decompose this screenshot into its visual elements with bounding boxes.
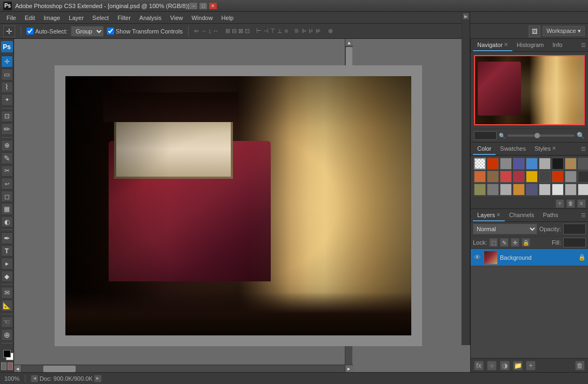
- opacity-input[interactable]: 100%: [563, 224, 586, 234]
- tab-info[interactable]: Info: [548, 39, 566, 51]
- quick-mask-mode[interactable]: [8, 362, 13, 370]
- tool-clone-stamp[interactable]: ✂: [1, 165, 13, 177]
- tool-history-brush[interactable]: ↩: [1, 178, 13, 190]
- swatch-blue-gray[interactable]: [513, 158, 525, 170]
- menu-item-view[interactable]: View: [166, 14, 188, 22]
- tool-zoom[interactable]: ⊕: [1, 329, 13, 341]
- swatch-llgray[interactable]: [578, 184, 588, 196]
- tool-eraser[interactable]: ◻: [1, 191, 13, 203]
- fill-input[interactable]: 100%: [563, 238, 586, 247]
- panel-menu-2[interactable]: ☰: [581, 146, 586, 152]
- tool-move[interactable]: ✛: [1, 56, 13, 68]
- tool-pen[interactable]: ✒: [1, 232, 13, 244]
- doc-info-arrow-right[interactable]: ►: [94, 375, 102, 382]
- lock-image-btn[interactable]: ✎: [500, 238, 509, 247]
- doc-info-arrow-left[interactable]: ◄: [31, 375, 38, 382]
- menu-item-select[interactable]: Select: [88, 14, 113, 22]
- close-button[interactable]: ✕: [209, 2, 217, 10]
- swatch-tan[interactable]: [565, 158, 577, 170]
- panel-menu-3[interactable]: ☰: [581, 212, 586, 218]
- swatch-red2[interactable]: [552, 171, 564, 183]
- tab-styles[interactable]: Styles ✕: [530, 143, 560, 155]
- show-transform-checkbox[interactable]: [107, 28, 114, 35]
- swatch-mid-gray[interactable]: [578, 158, 588, 170]
- swatch-transparent[interactable]: [474, 158, 486, 170]
- lock-position-btn[interactable]: ✛: [511, 238, 519, 247]
- restore-button[interactable]: □: [199, 2, 208, 10]
- zoom-input[interactable]: 100%: [474, 131, 497, 140]
- scroll-right-button[interactable]: ►: [345, 365, 352, 373]
- tab-color[interactable]: Color: [473, 143, 496, 155]
- swatch-lgray[interactable]: [539, 184, 551, 196]
- swatch-brown[interactable]: [487, 171, 499, 183]
- zoom-slider-handle[interactable]: [534, 133, 540, 138]
- zoom-slider[interactable]: [507, 134, 574, 137]
- tool-lasso[interactable]: ⌇: [1, 82, 13, 93]
- layer-fx-btn[interactable]: fx: [474, 361, 484, 370]
- tool-marquee-rect[interactable]: ▭: [1, 69, 13, 80]
- layer-mask-btn[interactable]: ○: [487, 361, 497, 370]
- layer-group-btn[interactable]: 📁: [513, 361, 523, 370]
- canvas-area[interactable]: ▲ ▼: [14, 39, 470, 372]
- menu-item-help[interactable]: Help: [217, 14, 238, 22]
- menu-item-window[interactable]: Window: [187, 14, 217, 22]
- horizontal-scrollbar[interactable]: ◄ ►: [14, 365, 352, 372]
- workspace-button[interactable]: Workspace ▾: [543, 26, 585, 36]
- tool-quick-select[interactable]: ✦: [1, 94, 13, 106]
- layer-visibility-eye[interactable]: 👁: [473, 253, 482, 262]
- tab-layers[interactable]: Layers ✕: [473, 209, 505, 221]
- menu-item-filter[interactable]: Filter: [113, 14, 135, 22]
- tool-crop[interactable]: ⊡: [1, 111, 13, 123]
- styles-close[interactable]: ✕: [552, 145, 556, 151]
- swatch-menu-btn[interactable]: ≡: [577, 199, 586, 208]
- auto-select-checkbox[interactable]: [26, 28, 34, 35]
- zoom-out-icon[interactable]: 🔍: [499, 133, 505, 139]
- swatch-silver[interactable]: [500, 184, 512, 196]
- layer-delete-btn[interactable]: 🗑: [575, 361, 585, 370]
- swatch-blue[interactable]: [526, 158, 538, 170]
- blend-mode-select[interactable]: Normal: [473, 224, 537, 234]
- auto-select-dropdown[interactable]: Group: [71, 26, 104, 37]
- lock-transparent-btn[interactable]: ⬚: [489, 238, 498, 247]
- tool-brush[interactable]: ✎: [1, 152, 13, 164]
- tool-path-select[interactable]: ▸: [1, 258, 13, 270]
- tab-channels[interactable]: Channels: [505, 209, 538, 221]
- normal-mode[interactable]: [1, 362, 6, 370]
- tab-histogram[interactable]: Histogram: [512, 39, 548, 51]
- tab-swatches[interactable]: Swatches: [496, 143, 530, 155]
- zoom-in-icon[interactable]: 🔍: [577, 132, 585, 139]
- panel-menu-1[interactable]: ☰: [581, 42, 586, 48]
- swatch-orange[interactable]: [474, 171, 486, 183]
- scroll-left-button[interactable]: ◄: [14, 365, 22, 373]
- swatch-crimson[interactable]: [513, 171, 525, 183]
- tool-hand[interactable]: ☜: [1, 316, 13, 328]
- layers-close[interactable]: ✕: [496, 212, 500, 218]
- swatch-coral[interactable]: [500, 171, 512, 183]
- h-scroll-thumb[interactable]: [43, 366, 76, 372]
- swatch-vlgray[interactable]: [552, 184, 564, 196]
- swatch-slate[interactable]: [526, 184, 538, 196]
- menu-item-analysis[interactable]: Analysis: [135, 14, 166, 22]
- swatch-gold[interactable]: [526, 171, 538, 183]
- swatch-gray3[interactable]: [487, 184, 499, 196]
- tool-healing[interactable]: ⊕: [1, 140, 13, 152]
- swatch-mgray[interactable]: [565, 184, 577, 196]
- minimize-button[interactable]: −: [189, 2, 198, 10]
- layer-item-background[interactable]: 👁 Background 🔒: [471, 249, 588, 266]
- scroll-up-button[interactable]: ▲: [345, 39, 353, 46]
- swatch-darkgray[interactable]: [578, 171, 588, 183]
- menu-item-image[interactable]: Image: [39, 14, 65, 22]
- canvas-scroll[interactable]: [14, 39, 470, 372]
- swatch-gray2[interactable]: [565, 171, 577, 183]
- swatch-light-gray[interactable]: [539, 158, 551, 170]
- menu-item-edit[interactable]: Edit: [21, 14, 39, 22]
- tab-paths[interactable]: Paths: [539, 209, 563, 221]
- tool-shape[interactable]: ◆: [1, 271, 13, 282]
- navigator-close[interactable]: ✕: [504, 42, 508, 48]
- menu-item-layer[interactable]: Layer: [64, 14, 88, 22]
- tool-notes[interactable]: ✉: [1, 287, 13, 299]
- tool-type[interactable]: T: [1, 245, 13, 257]
- swatch-charcoal[interactable]: [539, 171, 551, 183]
- tab-navigator[interactable]: Navigator ✕: [473, 39, 512, 51]
- lock-all-btn[interactable]: 🔒: [522, 238, 530, 247]
